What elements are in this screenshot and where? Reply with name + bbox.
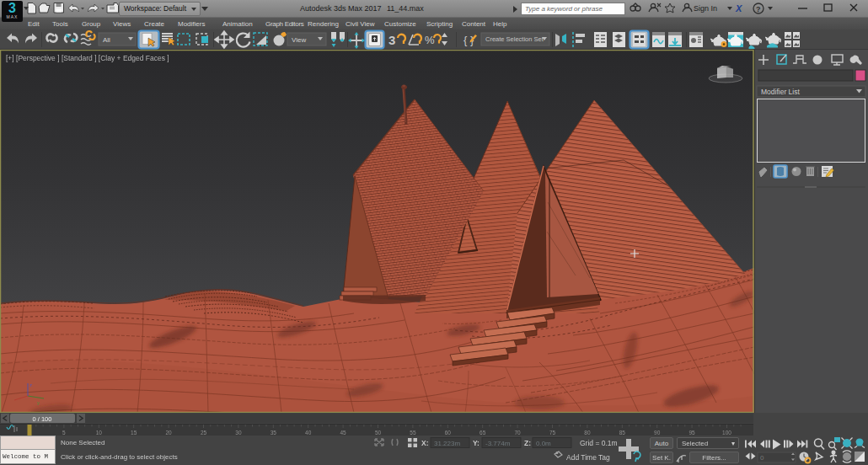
svg-text:0.0m: 0.0m	[536, 440, 551, 447]
svg-text:45: 45	[340, 430, 346, 436]
svg-text:Create Selection Set: Create Selection Set	[485, 35, 544, 43]
svg-text:75: 75	[549, 430, 556, 436]
svg-text:y: y	[37, 400, 40, 405]
svg-text:30: 30	[235, 430, 242, 436]
svg-text:Z:: Z:	[524, 439, 531, 447]
svg-text:55: 55	[410, 430, 416, 436]
svg-text:95: 95	[689, 430, 695, 436]
svg-text:View: View	[292, 36, 306, 44]
svg-text:-3.774m: -3.774m	[485, 440, 511, 447]
svg-text:0: 0	[760, 454, 764, 462]
svg-text:Y:: Y:	[473, 439, 480, 447]
svg-text:80: 80	[584, 430, 591, 436]
svg-text:X:: X:	[421, 439, 429, 447]
svg-text:Grid = 0.1m: Grid = 0.1m	[580, 439, 618, 447]
svg-text:90: 90	[654, 430, 661, 436]
svg-text:Add Time Tag: Add Time Tag	[566, 453, 610, 462]
svg-text:85: 85	[619, 430, 626, 436]
svg-text:%: %	[425, 34, 435, 46]
svg-text:Modifier List: Modifier List	[761, 88, 800, 96]
svg-text:All: All	[103, 36, 110, 44]
svg-text:10: 10	[96, 430, 103, 436]
svg-text:50: 50	[375, 430, 382, 436]
svg-text:20: 20	[165, 430, 172, 436]
svg-text:0 / 100: 0 / 100	[33, 415, 52, 423]
svg-text:31.223m: 31.223m	[434, 440, 460, 447]
svg-text:Sign In: Sign In	[694, 4, 717, 13]
svg-text:5: 5	[62, 430, 66, 436]
svg-text:15: 15	[131, 430, 137, 436]
svg-text:z: z	[29, 382, 32, 388]
svg-text:25: 25	[201, 430, 207, 436]
svg-text:65: 65	[480, 430, 486, 436]
svg-text:3: 3	[388, 33, 395, 47]
svg-text:X: X	[735, 3, 742, 13]
svg-text:40: 40	[305, 430, 312, 436]
svg-text:60: 60	[445, 430, 452, 436]
svg-text:[+] [Perspective ] [Standard ]: [+] [Perspective ] [Standard ] [Clay + E…	[6, 54, 169, 62]
svg-text:35: 35	[271, 430, 277, 436]
svg-text:70: 70	[514, 430, 521, 436]
svg-text:?: ?	[756, 5, 761, 13]
svg-text:100: 100	[722, 430, 731, 436]
